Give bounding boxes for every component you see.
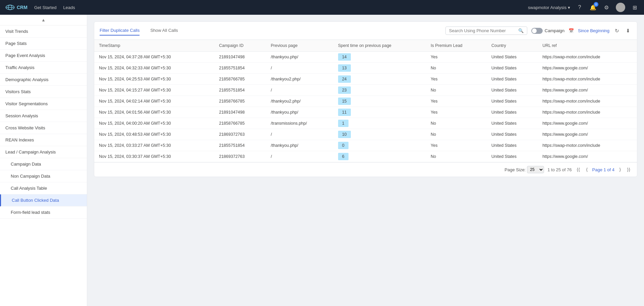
toggle-area: Campaign — [531, 28, 565, 34]
col-url-ref: URL ref — [538, 40, 637, 52]
sidebar-item-rean-indexes[interactable]: REAN Indexes — [0, 134, 87, 146]
avatar[interactable] — [616, 3, 625, 12]
sidebar-item-visitors-stats[interactable]: Visitors Stats — [0, 86, 87, 98]
chevron-down-icon: ▾ — [568, 5, 570, 10]
notification-icon[interactable]: 🔔 0 — [589, 3, 597, 11]
table-cell: 21869372763 — [214, 129, 266, 140]
sidebar-item-non-campaign-data[interactable]: Non Campaign Data — [0, 170, 87, 182]
table-cell: No — [426, 85, 487, 96]
table-cell: Yes — [426, 96, 487, 107]
table-cell: No — [426, 118, 487, 129]
notification-badge: 0 — [594, 2, 598, 7]
table-cell: United States — [487, 63, 538, 74]
prev-page-btn[interactable]: ⟨ — [585, 166, 589, 173]
table-row: Nov 15, 2024, 04:02:14 AM GMT+5:30218587… — [94, 96, 637, 107]
pagination-bar: Page Size: 25 50 100 1 to 25 of 76 ⟨⟨ ⟨ … — [94, 162, 637, 177]
sidebar-item-call-button-clicked-data[interactable]: Call Button Clicked Data — [0, 194, 87, 206]
nav-leads[interactable]: Leads — [63, 5, 75, 10]
since-beginning-btn[interactable]: Since Beginning — [578, 28, 609, 33]
table-cell: United States — [487, 74, 538, 85]
settings-icon[interactable]: ⚙ — [602, 3, 610, 11]
col-previous-page: Previous page — [266, 40, 333, 52]
table-row: Nov 15, 2024, 03:30:37 AM GMT+5:30218693… — [94, 151, 637, 162]
sidebar-item-call-analysis-table[interactable]: Call Analysis Table — [0, 182, 87, 194]
sidebar-item-lead-campaign[interactable]: Lead / Campaign Analysis — [0, 146, 87, 158]
table-cell: United States — [487, 107, 538, 118]
col-is-premium: Is Premium Lead — [426, 40, 487, 52]
range-info: 1 to 25 of 76 — [547, 167, 572, 172]
table-cell: Nov 15, 2024, 03:48:53 AM GMT+5:30 — [94, 129, 214, 140]
table-cell: /thankyou.php/ — [266, 107, 333, 118]
table-cell: 21891047498 — [214, 107, 266, 118]
col-country: Country — [487, 40, 538, 52]
help-icon[interactable]: ? — [576, 3, 584, 11]
table-cell: 21858766785 — [214, 96, 266, 107]
spent-time-cell: 0 — [338, 142, 348, 149]
sidebar-item-visit-trends[interactable]: Visit Trends — [0, 25, 87, 38]
show-all-calls-tab[interactable]: Show All Calls — [150, 26, 178, 36]
page-size-dropdown[interactable]: 25 50 100 — [527, 166, 544, 173]
table-cell: No — [426, 63, 487, 74]
table-cell: https://www.google.com/ — [538, 151, 637, 162]
campaign-toggle[interactable] — [531, 28, 543, 34]
table-cell: /thankyou2.php/ — [266, 96, 333, 107]
table-cell: 0 — [333, 140, 426, 151]
table-cell: 13 — [333, 63, 426, 74]
search-icon[interactable]: 🔍 — [518, 28, 524, 33]
table-cell: United States — [487, 118, 538, 129]
sidebar-item-visitor-segmentations[interactable]: Visitor Segmentations — [0, 98, 87, 110]
sidebar-item-page-stats[interactable]: Page Stats — [0, 38, 87, 50]
sidebar-item-campaign-data[interactable]: Campaign Data — [0, 158, 87, 170]
sidebar-collapse-btn[interactable]: ▲ — [0, 15, 87, 25]
next-page-btn[interactable]: ⟩ — [618, 166, 622, 173]
table-cell: /transmissions.php/ — [266, 118, 333, 129]
topnav-right: swapmotor Analysis ▾ ? 🔔 0 ⚙ ⊞ — [528, 3, 639, 12]
spent-time-cell: 14 — [338, 53, 351, 61]
table-row: Nov 15, 2024, 04:37:28 AM GMT+5:30218910… — [94, 52, 637, 63]
table-row: Nov 15, 2024, 04:00:20 AM GMT+5:30218587… — [94, 118, 637, 129]
table-cell: Nov 15, 2024, 04:37:28 AM GMT+5:30 — [94, 52, 214, 63]
table-cell: 24 — [333, 74, 426, 85]
logo-text: CRM — [17, 5, 28, 10]
download-btn[interactable]: ⬇ — [625, 27, 632, 35]
sidebar-item-traffic-analysis[interactable]: Traffic Analysis — [0, 62, 87, 74]
table-cell: / — [266, 151, 333, 162]
grid-icon[interactable]: ⊞ — [631, 3, 639, 11]
last-page-btn[interactable]: ⟩⟩ — [626, 166, 632, 173]
spent-time-cell: 15 — [338, 98, 351, 105]
top-nav: CRM Get Started Leads swapmotor Analysis… — [0, 0, 644, 15]
sidebar-item-session-analysis[interactable]: Session Analysis — [0, 110, 87, 122]
sidebar-item-page-event-analysis[interactable]: Page Event Analysis — [0, 50, 87, 62]
col-campaign-id: Campaign ID — [214, 40, 266, 52]
table-cell: 6 — [333, 151, 426, 162]
table-cell: 15 — [333, 96, 426, 107]
table-row: Nov 15, 2024, 04:01:56 AM GMT+5:30218910… — [94, 107, 637, 118]
calendar-icon[interactable]: 📅 — [569, 28, 574, 33]
sidebar-item-form-field-lead-stats[interactable]: Form-field lead stats — [0, 206, 87, 219]
table-row: Nov 15, 2024, 04:32:33 AM GMT+5:30218557… — [94, 63, 637, 74]
filter-duplicate-calls-tab[interactable]: Filter Duplicate Calls — [100, 26, 140, 36]
table-cell: 1 — [333, 118, 426, 129]
table-cell: United States — [487, 52, 538, 63]
table-cell: United States — [487, 129, 538, 140]
table-row: Nov 15, 2024, 04:25:53 AM GMT+5:30218587… — [94, 74, 637, 85]
sidebar-item-cross-website-visits[interactable]: Cross Website Visits — [0, 122, 87, 134]
table-cell: 21855751854 — [214, 140, 266, 151]
table-cell: 21869372763 — [214, 151, 266, 162]
sidebar-item-demographic-analysis[interactable]: Demographic Analysis — [0, 74, 87, 86]
table-cell: United States — [487, 151, 538, 162]
page-label: Page 1 of 4 — [592, 167, 615, 172]
refresh-btn[interactable]: ↻ — [613, 27, 621, 35]
table-header: TimeStamp Campaign ID Previous page Spen… — [94, 40, 637, 52]
page-size-select: Page Size: 25 50 100 — [504, 166, 544, 173]
logo[interactable]: CRM — [5, 4, 28, 11]
spent-time-cell: 6 — [338, 153, 348, 160]
search-input[interactable] — [449, 28, 516, 33]
analysis-selector[interactable]: swapmotor Analysis ▾ — [528, 5, 570, 10]
table-cell: United States — [487, 85, 538, 96]
first-page-btn[interactable]: ⟨⟨ — [575, 166, 581, 173]
nav-get-started[interactable]: Get Started — [34, 5, 56, 10]
sidebar: ▲ Visit Trends Page Stats Page Event Ana… — [0, 15, 87, 306]
table-cell: https://www.google.com/ — [538, 118, 637, 129]
table-cell: 21858766785 — [214, 74, 266, 85]
